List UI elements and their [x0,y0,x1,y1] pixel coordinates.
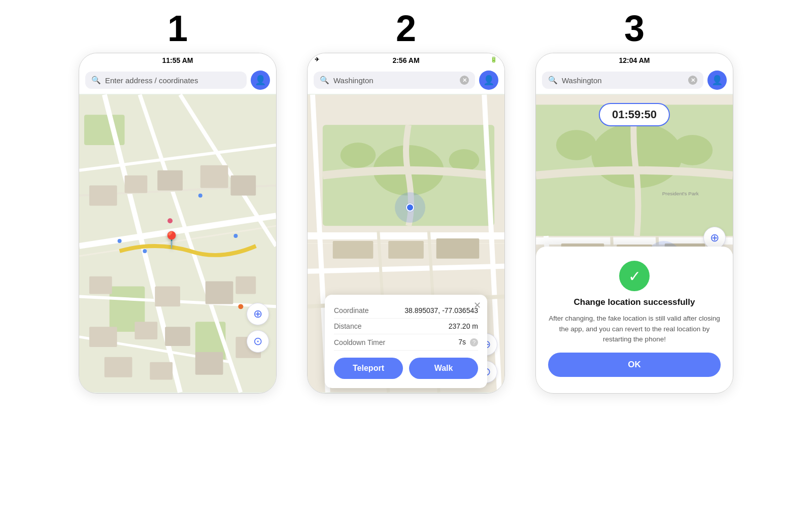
success-title: Change location successfully [573,297,695,307]
svg-rect-26 [105,357,132,377]
step-2-status-bar: ✈ 2:56 AM 🔋 [308,53,504,66]
step-2-column: 2 ✈ 2:56 AM 🔋 🔍 Washington ✕ 👤 [307,10,505,394]
svg-rect-19 [155,287,180,307]
step-3-search-wrapper: 🔍 Washington ✕ 👤 [536,66,733,94]
avatar-icon: 👤 [255,75,266,86]
distance-row: Distance 237.20 m [334,319,478,334]
svg-rect-16 [200,165,228,188]
svg-point-31 [143,249,147,253]
step-3-status-bar: 12:04 AM [536,53,733,66]
cooldown-value: 7s ? [458,338,478,346]
walk-btn[interactable]: Walk [409,358,478,379]
step-1-search-bar[interactable]: 🔍 Enter address / coordinates [85,72,247,89]
checkmark: ✓ [628,267,641,285]
step-1-phone: 11:55 AM 🔍 Enter address / coordinates 👤 [79,53,277,394]
help-icon[interactable]: ? [470,338,478,346]
step-2-clear-btn[interactable]: ✕ [460,76,469,85]
step-2-battery: 🔋 [490,56,497,63]
svg-point-29 [167,218,173,223]
step-3-phone: 12:04 AM 🔍 Washington ✕ 👤 [535,53,733,394]
svg-rect-48 [388,241,424,259]
distance-label: Distance [334,322,361,330]
step-1-time: 11:55 AM [162,56,193,64]
step-3-clear-btn[interactable]: ✕ [688,76,697,85]
search-icon-2: 🔍 [320,76,329,85]
step-2-info-popup: ✕ Coordinate 38.895037, -77.036543 Dista… [325,295,487,388]
svg-point-34 [238,304,243,309]
success-check-icon: ✓ [619,261,650,291]
cooldown-label: Cooldown Timer [334,338,385,346]
svg-rect-21 [235,276,256,294]
search-icon-3: 🔍 [548,76,558,85]
step-3-success-card: ✓ Change location successfully After cha… [536,247,733,393]
svg-rect-27 [150,362,173,380]
step-1-status-bar: 11:55 AM [79,53,276,66]
svg-text:President's Park: President's Park [662,191,699,196]
step-3-avatar-btn[interactable]: 👤 [707,71,727,90]
step-2-number: 2 [396,10,416,47]
step-2-map[interactable]: The Ellipse 📍 ⊕ ⊙ ✕ Co [308,94,504,393]
coordinate-label: Coordinate [334,306,369,315]
crosshair-btn-1[interactable]: ⊕ [247,303,269,325]
coordinate-row: Coordinate 38.895037, -77.036543 [334,303,478,319]
step-3-time: 12:04 AM [619,56,650,64]
svg-point-57 [556,130,597,160]
svg-point-33 [118,239,122,243]
svg-rect-28 [195,352,223,375]
step-2-location-dot [406,203,414,212]
svg-rect-23 [134,322,157,339]
crosshair-btn-3[interactable]: ⊕ [703,227,726,249]
step-3-map[interactable]: President's Park 01:59:50 ⊕ ⊙ ✓ [536,94,733,393]
svg-rect-24 [165,327,190,346]
svg-rect-15 [157,170,183,191]
svg-point-32 [233,234,238,238]
step-2-search-wrapper: 🔍 Washington ✕ 👤 [308,66,504,94]
coordinate-value: 38.895037, -77.036543 [404,306,478,315]
svg-rect-49 [436,238,480,259]
step-2-status-left: ✈ [315,56,319,63]
step-2-time: 2:56 AM [392,56,419,64]
step-2-phone: ✈ 2:56 AM 🔋 🔍 Washington ✕ 👤 [307,53,505,394]
search-icon: 🔍 [91,76,101,85]
steps-container: 1 11:55 AM 🔍 Enter address / coordinates… [20,10,792,394]
popup-action-buttons: Teleport Walk [334,358,478,379]
step-2-avatar-btn[interactable]: 👤 [479,71,498,90]
step-2-search-value: Washington [333,76,456,85]
svg-point-30 [198,194,202,198]
step-1-number: 1 [167,10,188,47]
cooldown-row: Cooldown Timer 7s ? [334,334,478,351]
step-1-search-wrapper: 🔍 Enter address / coordinates 👤 [79,66,276,94]
step-1-avatar-btn[interactable]: 👤 [251,71,270,90]
svg-rect-20 [206,282,233,304]
step-1-column: 1 11:55 AM 🔍 Enter address / coordinates… [79,10,277,394]
step-1-search-placeholder: Enter address / coordinates [105,76,241,85]
teleport-btn[interactable]: Teleport [334,358,403,379]
step-1-map-pin: 📍 [161,230,182,250]
step-3-search-bar[interactable]: 🔍 Washington ✕ [542,72,703,89]
step-3-column: 3 12:04 AM 🔍 Washington ✕ 👤 [535,10,733,394]
distance-value: 237.20 m [449,322,478,330]
avatar-icon-3: 👤 [712,75,723,86]
compass-btn-1[interactable]: ⊙ [247,330,269,353]
popup-close-btn[interactable]: ✕ [473,300,481,311]
step-1-map-controls: ⊕ ⊙ [247,303,269,353]
svg-rect-18 [89,276,112,294]
svg-rect-17 [230,176,256,196]
svg-point-58 [672,135,713,165]
svg-point-38 [341,143,376,168]
svg-rect-13 [89,186,117,206]
success-description: After changing, the fake location is sti… [548,314,721,344]
step-2-search-bar[interactable]: 🔍 Washington ✕ [314,72,475,89]
avatar-icon-2: 👤 [483,75,494,86]
svg-rect-22 [89,327,117,347]
ok-btn[interactable]: OK [548,353,721,377]
step-1-map[interactable]: 📍 ⊕ ⊙ [79,94,276,393]
svg-rect-14 [125,176,148,193]
step-3-search-value: Washington [562,76,684,85]
step-3-timer: 01:59:50 [599,103,670,126]
svg-rect-47 [333,241,374,259]
step-3-number: 3 [624,10,645,47]
